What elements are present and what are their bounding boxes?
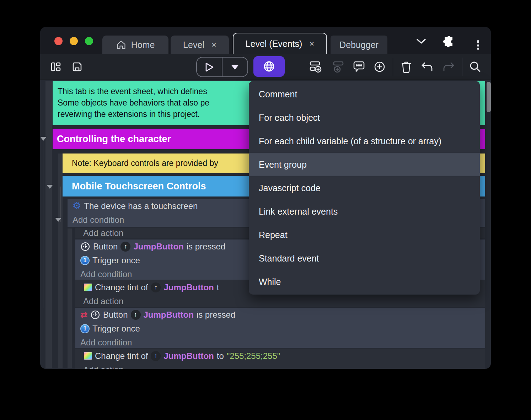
main-menu-button[interactable] bbox=[470, 35, 486, 48]
redo-button[interactable] bbox=[440, 57, 457, 77]
object-name[interactable]: JumpButton bbox=[163, 282, 214, 292]
jumpbutton-object-icon: ↑ bbox=[131, 310, 141, 320]
app-window: Home Level × Level (Events) × Debugger bbox=[40, 27, 491, 369]
action-prefix[interactable]: Change tint of bbox=[95, 282, 148, 292]
object-name[interactable]: JumpButton bbox=[163, 351, 214, 361]
action-to[interactable]: to bbox=[217, 351, 224, 361]
add-action-link[interactable]: Add action bbox=[75, 363, 485, 369]
minimize-window-button[interactable] bbox=[70, 37, 78, 45]
globe-icon bbox=[262, 59, 277, 74]
add-action-button[interactable] bbox=[328, 57, 347, 77]
kebab-menu-icon bbox=[477, 40, 479, 42]
note-text: Note: Keyboard controls are provided by bbox=[72, 158, 218, 168]
trash-icon bbox=[400, 60, 412, 73]
titlebar: Home Level × Level (Events) × Debugger bbox=[40, 27, 491, 54]
event-margin-bar bbox=[45, 81, 52, 368]
preview-options-button[interactable] bbox=[222, 58, 247, 76]
menu-item-event-group[interactable]: Event group bbox=[249, 153, 480, 176]
condition-text[interactable]: The device has a touchscreen bbox=[84, 201, 198, 211]
tab-level-events[interactable]: Level (Events) × bbox=[233, 33, 327, 54]
layout-panels-button[interactable] bbox=[48, 57, 64, 77]
menu-item-javascript-code[interactable]: Javascript code bbox=[249, 176, 480, 200]
close-tab-icon[interactable]: × bbox=[211, 40, 216, 50]
add-event-icon bbox=[309, 60, 323, 74]
add-action-link[interactable]: Add action bbox=[75, 294, 485, 307]
invert-condition-icon: ⇄ bbox=[80, 310, 87, 320]
condition-prefix[interactable]: Button bbox=[103, 310, 128, 320]
delete-button[interactable] bbox=[398, 57, 415, 77]
search-icon bbox=[469, 60, 482, 73]
menu-item-while[interactable]: While bbox=[249, 270, 480, 294]
redo-icon bbox=[442, 61, 455, 73]
add-action-icon bbox=[331, 60, 345, 74]
menu-item-for-each-object[interactable]: For each object bbox=[249, 106, 480, 129]
tree-line bbox=[74, 222, 74, 343]
layout-panels-icon bbox=[50, 61, 61, 72]
tab-label: Level bbox=[183, 40, 204, 50]
condition-text[interactable]: Trigger once bbox=[92, 255, 140, 265]
jumpbutton-object-icon: ↑ bbox=[120, 242, 130, 252]
menu-item-comment[interactable]: Comment bbox=[249, 82, 480, 106]
jumpbutton-object-icon: ↑ bbox=[151, 282, 161, 292]
undo-icon bbox=[420, 61, 434, 73]
gamepad-button-icon bbox=[80, 242, 90, 252]
collapse-arrow-icon[interactable] bbox=[55, 218, 61, 222]
home-icon bbox=[116, 40, 126, 50]
search-button[interactable] bbox=[466, 57, 484, 77]
group-title: Controlling the character bbox=[57, 134, 171, 145]
add-button[interactable] bbox=[371, 57, 388, 77]
object-name[interactable]: JumpButton bbox=[144, 310, 194, 320]
plus-circle-icon bbox=[373, 60, 386, 74]
tree-line bbox=[43, 141, 43, 308]
play-icon bbox=[205, 62, 214, 72]
tab-list-dropdown-button[interactable] bbox=[413, 35, 429, 48]
preview-split-button bbox=[196, 57, 248, 77]
event-jumpbutton-pressed-2[interactable]: ⇄ Button ↑ JumpButton is pressed 1 bbox=[75, 308, 485, 348]
add-comment-button[interactable] bbox=[350, 57, 368, 77]
collapse-arrow-icon[interactable] bbox=[40, 137, 47, 141]
preview-button[interactable] bbox=[197, 58, 222, 76]
save-button[interactable] bbox=[69, 57, 85, 77]
action-value[interactable]: "255;255;255" bbox=[227, 351, 280, 361]
add-condition-link[interactable]: Add condition bbox=[75, 335, 485, 348]
action-change-tint-2[interactable]: Change tint of ↑ JumpButton to "255;255;… bbox=[75, 349, 485, 369]
event-margin-bar bbox=[58, 154, 63, 368]
group-title: Mobile Touchscreen Controls bbox=[72, 181, 206, 192]
dropdown-caret-icon bbox=[231, 65, 239, 70]
tab-level[interactable]: Level × bbox=[171, 36, 229, 54]
condition-text[interactable]: Trigger once bbox=[92, 324, 140, 334]
toolbar-divider bbox=[462, 58, 462, 76]
menu-item-link-external-events[interactable]: Link external events bbox=[249, 200, 480, 223]
menu-item-repeat[interactable]: Repeat bbox=[249, 223, 480, 247]
zoom-window-button[interactable] bbox=[85, 37, 93, 45]
undo-button[interactable] bbox=[418, 57, 436, 77]
event-margin-bar bbox=[68, 228, 72, 368]
condition-suffix[interactable]: is pressed bbox=[197, 310, 235, 320]
condition-suffix[interactable]: is pressed bbox=[187, 242, 225, 252]
addons-button[interactable] bbox=[441, 35, 457, 48]
browse-mode-button[interactable] bbox=[253, 56, 285, 77]
vertical-scrollbar-thumb[interactable] bbox=[487, 82, 491, 112]
jumpbutton-object-icon: ↑ bbox=[151, 351, 161, 361]
close-tab-icon[interactable]: × bbox=[309, 39, 314, 49]
condition-prefix[interactable]: Button bbox=[93, 242, 118, 252]
trigger-once-icon: 1 bbox=[80, 256, 90, 265]
tint-icon bbox=[84, 284, 92, 291]
tab-label: Home bbox=[131, 40, 155, 50]
menu-item-standard-event[interactable]: Standard event bbox=[249, 247, 480, 270]
close-window-button[interactable] bbox=[54, 37, 63, 45]
menu-item-for-each-child-variable[interactable]: For each child variable (of a structure … bbox=[249, 129, 480, 153]
tab-debugger[interactable]: Debugger bbox=[331, 36, 387, 54]
action-suffix[interactable]: t bbox=[217, 282, 219, 292]
object-name[interactable]: JumpButton bbox=[133, 242, 183, 252]
action-prefix[interactable]: Change tint of bbox=[95, 351, 148, 361]
collapse-arrow-icon[interactable] bbox=[47, 185, 53, 189]
traffic-lights bbox=[54, 37, 93, 45]
tree-line bbox=[60, 187, 61, 222]
comment-bubble-icon bbox=[352, 60, 366, 74]
touch-plugin-gear-icon: ⚙ bbox=[73, 201, 81, 211]
save-icon bbox=[71, 61, 83, 72]
toolbar-divider bbox=[393, 58, 393, 76]
tab-home[interactable]: Home bbox=[102, 36, 168, 54]
add-event-button[interactable] bbox=[306, 57, 325, 77]
